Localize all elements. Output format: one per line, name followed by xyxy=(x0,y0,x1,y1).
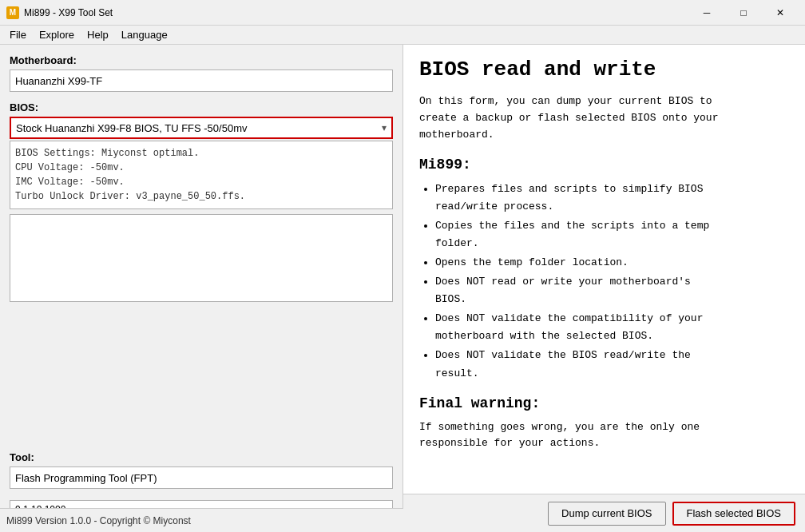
main-layout: Motherboard: BIOS: Stock Huananzhi X99-F… xyxy=(0,45,805,532)
bios-info-box: BIOS Settings: Miyconst optimal. CPU Vol… xyxy=(10,141,393,209)
tool-label: Tool: xyxy=(10,451,393,463)
menu-explore[interactable]: Explore xyxy=(33,27,81,42)
mi899-point-5: Does NOT validate the compatibility of y… xyxy=(435,310,789,345)
motherboard-label: Motherboard: xyxy=(10,54,393,66)
mi899-point-6: Does NOT validate the BIOS read/write th… xyxy=(435,347,789,382)
flash-bios-button[interactable]: Flash selected BIOS xyxy=(672,502,796,526)
menu-bar: File Explore Help Language xyxy=(0,26,805,45)
close-button[interactable]: ✕ xyxy=(762,0,799,26)
doc-title: BIOS read and write xyxy=(419,58,789,82)
left-panel: Motherboard: BIOS: Stock Huananzhi X99-F… xyxy=(0,45,403,532)
bios-dropdown[interactable]: Stock Huananzhi X99-F8 BIOS, TU FFS -50/… xyxy=(10,117,393,139)
mi899-point-4: Does NOT read or write your motherboard'… xyxy=(435,273,789,308)
app-icon: M xyxy=(6,6,19,19)
warning-text: If something goes wrong, you are the onl… xyxy=(419,419,789,453)
doc-intro: On this form, you can dump your current … xyxy=(419,93,789,143)
bios-select-wrapper: Stock Huananzhi X99-F8 BIOS, TU FFS -50/… xyxy=(10,117,393,139)
menu-language[interactable]: Language xyxy=(115,27,174,42)
menu-file[interactable]: File xyxy=(3,27,33,42)
bios-label: BIOS: xyxy=(10,101,393,113)
maximize-button[interactable]: □ xyxy=(725,0,762,26)
mi899-point-1: Prepares files and scripts to simplify B… xyxy=(435,181,789,216)
minimize-button[interactable]: ─ xyxy=(688,0,725,26)
window-controls: ─ □ ✕ xyxy=(688,0,799,26)
right-panel[interactable]: BIOS read and write On this form, you ca… xyxy=(403,45,805,532)
tool-section: Tool: xyxy=(10,451,393,494)
mi899-list: Prepares files and scripts to simplify B… xyxy=(435,181,789,383)
main-wrapper: Motherboard: BIOS: Stock Huananzhi X99-F… xyxy=(0,45,805,532)
mi899-section-title: Mi899: xyxy=(419,157,789,173)
title-bar: M Mi899 - X99 Tool Set ─ □ ✕ xyxy=(0,0,805,26)
warning-section-title: Final warning: xyxy=(419,395,789,411)
mi899-point-3: Opens the temp folder location. xyxy=(435,254,789,272)
mi899-point-2: Copies the files and the scripts into a … xyxy=(435,217,789,252)
menu-help[interactable]: Help xyxy=(81,27,115,42)
empty-area xyxy=(10,214,393,302)
bios-info-text: BIOS Settings: Miyconst optimal. CPU Vol… xyxy=(15,148,245,202)
action-bar: Dump current BIOS Flash selected BIOS xyxy=(403,494,805,532)
dump-bios-button[interactable]: Dump current BIOS xyxy=(548,502,665,526)
motherboard-input[interactable] xyxy=(10,69,393,92)
footer-text: Mi899 Version 1.0.0 - Copyright © Miycon… xyxy=(6,515,191,526)
tool-input[interactable] xyxy=(10,466,393,489)
left-footer: Mi899 Version 1.0.0 - Copyright © Miycon… xyxy=(0,508,403,532)
window-title: Mi899 - X99 Tool Set xyxy=(24,7,688,18)
